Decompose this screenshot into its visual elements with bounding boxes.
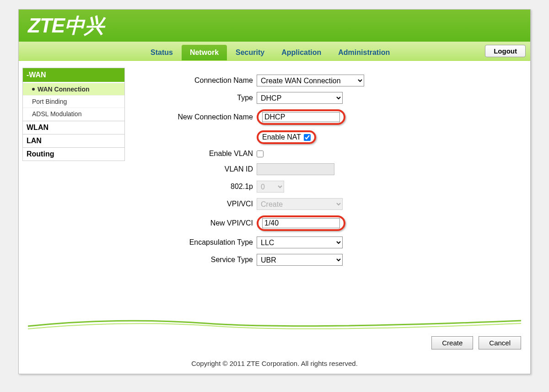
tab-status[interactable]: Status xyxy=(142,45,181,60)
sidebar-item-port-binding[interactable]: Port Binding xyxy=(23,95,124,107)
select-encapsulation-type[interactable]: LLC xyxy=(257,236,343,248)
row-8021p: 802.1p 0 xyxy=(156,181,512,193)
label-type: Type xyxy=(156,94,257,102)
row-connection-name: Connection Name Create WAN Connection xyxy=(156,75,512,86)
row-new-vpi-vci: New VPI/VCI xyxy=(156,215,512,231)
nav-bar: Status Network Security Application Admi… xyxy=(19,42,530,61)
sidebar-item-label: WAN Connection xyxy=(38,86,90,93)
create-button[interactable]: Create xyxy=(431,336,473,349)
label-enable-vlan: Enable VLAN xyxy=(156,150,257,158)
row-new-connection-name: New Connection Name xyxy=(156,109,512,125)
copyright: Copyright © 2011 ZTE Corporation. All ri… xyxy=(19,353,530,374)
sidebar-submenu: WAN Connection Port Binding ADSL Modulat… xyxy=(22,82,125,121)
select-service-type[interactable]: UBR xyxy=(257,254,343,266)
label-enable-nat: Enable NAT xyxy=(262,133,301,141)
label-service-type: Service Type xyxy=(156,256,257,264)
label-connection-name: Connection Name xyxy=(156,76,257,85)
row-vlan-id: VLAN ID xyxy=(156,163,512,175)
sidebar-item-label: Port Binding xyxy=(32,98,67,105)
select-vpi-vci: Create xyxy=(257,198,343,210)
brand-logo: ZTE中兴 xyxy=(28,12,104,39)
sidebar-item-adsl-modulation[interactable]: ADSL Modulation xyxy=(23,107,124,120)
row-service-type: Service Type UBR xyxy=(156,254,512,266)
tab-network[interactable]: Network xyxy=(182,45,227,60)
input-vlan-id xyxy=(257,163,334,175)
input-new-connection-name[interactable] xyxy=(262,112,340,122)
main-panel: Connection Name Create WAN Connection Ty… xyxy=(129,61,530,317)
row-type: Type DHCP xyxy=(156,92,512,104)
tab-administration[interactable]: Administration xyxy=(330,45,398,60)
sidebar-group-lan[interactable]: LAN xyxy=(22,134,125,148)
divider-swoosh xyxy=(19,317,530,332)
highlight-new-vpi-vci xyxy=(257,215,345,231)
label-vpi-vci: VPI/VCI xyxy=(156,200,257,208)
bullet-icon xyxy=(32,88,35,91)
row-encapsulation-type: Encapsulation Type LLC xyxy=(156,236,512,248)
highlight-new-connection-name xyxy=(257,109,345,125)
select-type[interactable]: DHCP xyxy=(257,92,343,104)
logout-button[interactable]: Logout xyxy=(485,45,526,57)
label-vlan-id: VLAN ID xyxy=(156,165,257,173)
select-8021p: 0 xyxy=(257,181,284,193)
highlight-enable-nat: Enable NAT xyxy=(257,130,316,144)
sidebar-item-wan-connection[interactable]: WAN Connection xyxy=(23,83,124,95)
sidebar-item-label: ADSL Modulation xyxy=(32,110,81,118)
label-encapsulation-type: Encapsulation Type xyxy=(156,238,257,247)
tab-security[interactable]: Security xyxy=(227,45,273,60)
tab-application[interactable]: Application xyxy=(273,45,329,60)
header-bar: ZTE中兴 xyxy=(19,10,530,42)
content: -WAN WAN Connection Port Binding ADSL Mo… xyxy=(19,61,530,317)
row-enable-nat: Enable NAT xyxy=(156,130,512,144)
checkbox-enable-vlan[interactable] xyxy=(257,150,264,157)
checkbox-enable-nat[interactable] xyxy=(304,134,311,141)
action-bar: Create Cancel xyxy=(19,332,530,353)
sidebar-group-wlan[interactable]: WLAN xyxy=(22,121,125,134)
label-new-connection-name: New Connection Name xyxy=(156,113,257,121)
sidebar-group-wan[interactable]: -WAN xyxy=(22,68,125,82)
cancel-button[interactable]: Cancel xyxy=(479,336,521,349)
sidebar-group-routing[interactable]: Routing xyxy=(22,147,125,161)
app-frame: ZTE中兴 Status Network Security Applicatio… xyxy=(18,9,531,374)
label-8021p: 802.1p xyxy=(156,183,257,191)
row-vpi-vci: VPI/VCI Create xyxy=(156,198,512,210)
row-enable-vlan: Enable VLAN xyxy=(156,150,512,158)
input-new-vpi-vci[interactable] xyxy=(262,218,340,228)
sidebar: -WAN WAN Connection Port Binding ADSL Mo… xyxy=(19,61,129,317)
select-connection-name[interactable]: Create WAN Connection xyxy=(257,75,364,86)
label-new-vpi-vci: New VPI/VCI xyxy=(156,219,257,227)
